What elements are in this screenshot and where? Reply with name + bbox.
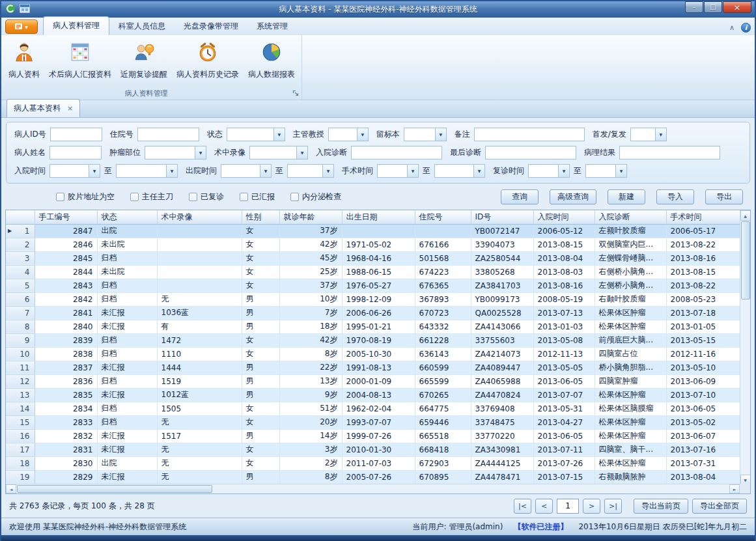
grid-cell[interactable]: 归档 <box>97 279 157 292</box>
next-page-button[interactable]: > <box>583 499 600 514</box>
last-page-button[interactable]: >| <box>604 499 622 514</box>
grid-cell[interactable]: 661228 <box>415 333 471 347</box>
row-indicator[interactable]: 13 <box>6 388 35 402</box>
grid-cell[interactable]: 8岁 <box>279 470 342 484</box>
pathology-result-input[interactable] <box>619 146 720 160</box>
grid-cell[interactable]: 45岁 <box>279 251 342 265</box>
grid-cell[interactable]: 未汇报 <box>97 443 157 456</box>
grid-cell[interactable]: 男 <box>242 388 279 402</box>
checkbox-reported[interactable]: 已汇报 <box>240 191 275 202</box>
ribbon-tab-disc-tape-management[interactable]: 光盘录像带管理 <box>175 18 247 35</box>
grid-cell[interactable]: 2839 <box>35 333 97 347</box>
professor-select[interactable]: ▼ <box>328 128 369 141</box>
grid-cell[interactable]: 男 <box>242 306 279 320</box>
chevron-down-icon[interactable]: ▼ <box>615 165 626 177</box>
close-tab-icon[interactable]: × <box>67 104 73 113</box>
collapse-ribbon-icon[interactable]: ∧ <box>729 23 735 32</box>
grid-cell[interactable]: 右额颞脑脓肿 <box>595 470 666 484</box>
row-indicator[interactable]: 16 <box>6 429 35 443</box>
row-indicator[interactable]: 5 <box>6 279 35 292</box>
column-header[interactable]: ID号 <box>471 210 533 224</box>
grid-cell[interactable]: 女 <box>242 402 279 415</box>
grid-cell[interactable]: 2845 <box>35 251 97 265</box>
grid-cell[interactable]: 无 <box>157 470 242 484</box>
grid-cell[interactable]: 出院 <box>97 224 157 238</box>
column-header[interactable]: 性别 <box>242 210 279 224</box>
grid-cell[interactable]: 20岁 <box>279 415 342 429</box>
grid-cell[interactable]: 归档 <box>97 374 157 388</box>
table-row[interactable]: 32845归档女45岁1968-04-16501568ZA25805442013… <box>6 251 742 265</box>
chevron-down-icon[interactable]: ▼ <box>655 128 666 141</box>
grid-cell[interactable]: 松果体区肿瘤 <box>595 306 666 320</box>
surgery-video-select[interactable]: ▼ <box>249 146 308 160</box>
grid-cell[interactable]: 42岁 <box>279 333 342 347</box>
export-all-pages-button[interactable]: 导出全部页 <box>692 499 747 514</box>
grid-cell[interactable]: 33805268 <box>471 265 533 279</box>
grid-cell[interactable]: 左侧桥小脑角... <box>595 279 666 292</box>
grid-cell[interactable]: 676365 <box>415 279 471 292</box>
grid-cell[interactable]: 42岁 <box>279 238 342 251</box>
grid-cell[interactable]: 左侧蝶骨嵴脑... <box>595 251 666 265</box>
table-row[interactable]: 112837未汇报1444男22岁1991-08-13660599ZA40894… <box>6 361 742 374</box>
grid-cell[interactable] <box>157 279 242 292</box>
row-indicator[interactable]: 19 <box>6 470 35 484</box>
grid-cell[interactable]: YB0072147 <box>471 224 533 238</box>
grid-cell[interactable]: 2013-08-04 <box>666 470 742 484</box>
grid-cell[interactable]: 无 <box>157 456 242 470</box>
row-indicator[interactable]: 12 <box>6 374 35 388</box>
grid-cell[interactable]: 2842 <box>35 292 97 306</box>
grid-cell[interactable]: 未出院 <box>97 238 157 251</box>
column-header[interactable]: 就诊年龄 <box>279 210 342 224</box>
grid-cell[interactable]: 2846 <box>35 238 97 251</box>
grid-cell[interactable]: 2013-08-16 <box>533 279 595 292</box>
grid-cell[interactable]: 男 <box>242 361 279 374</box>
table-row[interactable]: 192829未汇报无男8岁2005-07-26670895ZA447847120… <box>6 470 742 484</box>
checkbox-icon[interactable] <box>240 193 248 201</box>
grid-cell[interactable]: 2829 <box>35 470 97 484</box>
grid-cell[interactable]: 51岁 <box>279 402 342 415</box>
row-indicator[interactable]: 11 <box>6 361 35 374</box>
grid-cell[interactable]: 2836 <box>35 374 97 388</box>
chevron-down-icon[interactable]: ▼ <box>435 128 446 141</box>
grid-cell[interactable]: 2013-06-07 <box>666 429 742 443</box>
grid-cell[interactable]: 22岁 <box>279 361 342 374</box>
grid-cell[interactable]: 2006-06-26 <box>342 306 415 320</box>
grid-cell[interactable]: 1968-04-16 <box>342 251 415 265</box>
table-row[interactable]: 82840未汇报有男18岁1995-01-21643332ZA414306620… <box>6 320 742 333</box>
grid-cell[interactable]: 男 <box>242 429 279 443</box>
discharge-time-to-select[interactable]: ▼ <box>287 164 334 178</box>
horizontal-scroll-thumb[interactable] <box>17 485 212 493</box>
chevron-down-icon[interactable]: ▼ <box>260 165 271 177</box>
grid-cell[interactable]: 归档 <box>97 251 157 265</box>
grid-cell[interactable]: 女 <box>242 224 279 238</box>
row-indicator[interactable]: 8 <box>6 320 35 333</box>
checkbox-chief-surgeon[interactable]: 主任主刀 <box>130 191 173 202</box>
grid-cell[interactable]: 2008-05-23 <box>666 292 742 306</box>
table-row[interactable]: 172831未汇报无女3岁2010-01-30668418ZA343098120… <box>6 443 742 456</box>
vertical-scroll-thumb[interactable] <box>741 221 750 299</box>
horizontal-scrollbar[interactable]: ◄ ► <box>6 484 740 493</box>
grid-cell[interactable]: 676166 <box>415 238 471 251</box>
grid-cell[interactable]: 37岁 <box>279 224 342 238</box>
checkbox-icon[interactable] <box>130 193 139 201</box>
grid-cell[interactable]: 未汇报 <box>97 429 157 443</box>
grid-cell[interactable]: 2013-08-03 <box>533 265 595 279</box>
grid-cell[interactable]: 33769408 <box>471 402 533 415</box>
grid-cell[interactable]: 女 <box>242 333 279 347</box>
export-button[interactable]: 导出 <box>705 189 743 204</box>
grid-cell[interactable]: 2830 <box>35 456 97 470</box>
grid-cell[interactable]: 未汇报 <box>97 361 157 374</box>
grid-cell[interactable]: 出院 <box>97 456 157 470</box>
patient-name-input[interactable] <box>49 146 102 160</box>
postop-report-data-button[interactable]: 术后病人汇报资料 <box>44 37 116 88</box>
chevron-down-icon[interactable]: ▼ <box>89 165 100 177</box>
grid-cell[interactable]: 2013-06-05 <box>666 402 742 415</box>
admission-time-from-select[interactable]: ▼ <box>49 164 100 178</box>
checkbox-icon[interactable] <box>189 193 197 201</box>
vertical-scrollbar[interactable]: ▲ ▼ <box>740 210 750 485</box>
grid-cell[interactable]: 2012-11-16 <box>666 347 742 361</box>
grid-cell[interactable]: 665518 <box>415 429 471 443</box>
grid-cell[interactable]: 2011-07-03 <box>342 456 415 470</box>
grid-cell[interactable]: 右侧桥小脑角... <box>595 265 666 279</box>
advanced-query-button[interactable]: 高级查询 <box>550 189 596 204</box>
